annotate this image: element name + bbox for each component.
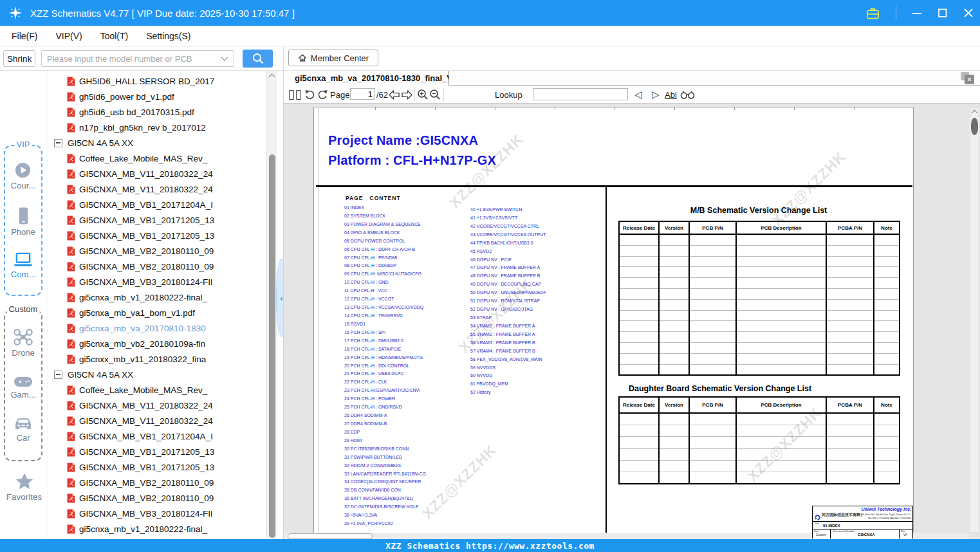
content-list-header: PAGE CONTENT <box>346 195 401 201</box>
binoculars-icon[interactable] <box>680 86 695 104</box>
tree-file-item[interactable]: GH5ID6_HALL SERSOR BD_2017 <box>48 73 266 89</box>
status-bar: XZZ Schematics https://www.xzztools.com <box>0 539 980 552</box>
pdf-scrollbar-thumb[interactable] <box>971 118 978 135</box>
content-list-entry: 07 CPU CFL-H : PEG/DMI <box>344 254 473 262</box>
member-center-button[interactable]: Member Center <box>288 50 378 66</box>
collapse-minus-icon[interactable] <box>54 371 62 379</box>
pdf-file-icon <box>67 463 75 472</box>
close-all-tabs-icon[interactable]: × <box>961 72 974 84</box>
tree-file-item[interactable]: GI5CNXA_MB_VB1_20171204A_I <box>48 197 266 212</box>
content-list-entry: 08 CPU CFL-H : DDI/EDP <box>344 262 473 270</box>
lookup-input[interactable] <box>533 88 628 100</box>
table-empty-row <box>619 267 900 278</box>
tree-group-node[interactable]: GI5CN 4A 5A XX <box>48 135 266 151</box>
pdf-viewport[interactable]: Project Name :GI5CNXA Platform : CFL-H+N… <box>284 104 980 539</box>
page-number-input[interactable] <box>350 88 375 100</box>
tree-file-item[interactable]: n17p_kbl_gh5kn_rev b_2017012 <box>48 120 266 135</box>
close-icon[interactable] <box>963 8 974 18</box>
table-empty-row <box>619 310 900 321</box>
tree-item-label: GI5CNXA_MB_VB3_20180124-FIl <box>79 277 212 287</box>
pdf-file-icon <box>67 92 75 102</box>
pdf-file-icon <box>67 262 75 271</box>
sidebar-item-phone[interactable]: Phone <box>11 207 35 237</box>
forward-arrow-icon[interactable] <box>402 86 412 104</box>
sidebar-item-drone[interactable]: Drone <box>12 328 34 358</box>
tree-item-label: GI5CNXA_MB_VB1_20171205_13 <box>79 216 214 225</box>
match-case-abi-button[interactable]: Abi <box>665 86 677 104</box>
tree-file-item[interactable]: Coffee_Lake_Mobile_MAS_Rev_ <box>48 151 266 166</box>
pdf-hscrollbar-thumb[interactable] <box>288 533 373 539</box>
prev-match-icon[interactable]: ◁ <box>634 86 642 104</box>
tool-bar: Shrink Member Center <box>0 47 980 71</box>
tree-group-node[interactable]: GI5CN 4A 5A XX <box>48 367 266 382</box>
tree-file-item[interactable]: GI5CNXA_MB_VB1_20171205_13 <box>48 212 266 228</box>
tree-file-item[interactable]: gi5cnxx_mb_v11_20180322_fina <box>48 351 266 367</box>
sidebar-item-game[interactable]: Gam... <box>10 376 35 400</box>
content-list-entry: 24 PCH CFL-H : POWER <box>344 395 473 403</box>
tree-file-item[interactable]: GI5CNXA_MB_V11_20180322_24 <box>48 413 266 428</box>
briefcase-icon[interactable] <box>865 6 880 20</box>
tree-item-label: GI5CNXA_MB_VB1_20171205_13 <box>79 447 214 457</box>
rev-value: VA <box>903 533 907 537</box>
search-button[interactable] <box>243 50 273 68</box>
back-arrow-icon[interactable] <box>389 86 400 104</box>
model-search-input[interactable] <box>42 53 219 64</box>
menu-item-vip[interactable]: VIP(V) <box>46 26 91 47</box>
tree-file-item[interactable]: GI5CNXA_MB_VB3_20180124-FIl <box>48 506 266 521</box>
menu-item-settings[interactable]: Settings(S) <box>137 26 199 47</box>
maximize-icon[interactable] <box>938 8 948 18</box>
tree-scrollbar[interactable] <box>266 71 277 539</box>
minimize-icon[interactable] <box>912 8 922 18</box>
content-list-entry: 12 CPU CFL-H : VCCGT <box>344 295 473 304</box>
tree-file-item[interactable]: gi5cnxa_mb_va_20170810-1830 <box>48 320 266 336</box>
tree-file-item[interactable]: GI5CNXA_MB_VB3_20180124-FIl <box>48 274 266 290</box>
zoom-in-icon[interactable] <box>417 86 429 104</box>
tree-file-item[interactable]: GI5CNXA_MB_V11_20180322_24 <box>48 398 266 413</box>
two-page-view-icon[interactable] <box>289 86 301 104</box>
tree-scrollbar-thumb[interactable] <box>269 154 275 538</box>
tree-file-item[interactable]: GI5CNXA_MB_VB2_20180110_09 <box>48 243 266 259</box>
rotate-right-icon[interactable] <box>317 86 328 104</box>
tree-file-item[interactable]: GI5CNXA_MB_V11_20180322_24 <box>48 181 266 197</box>
tree-file-item[interactable]: GI5CNXA_MB_VB1_20171205_13 <box>48 444 266 459</box>
next-match-icon[interactable]: ▷ <box>652 86 660 104</box>
tree-file-item[interactable]: GI5CNXA_MB_VB1_20171204A_I <box>48 428 266 444</box>
tree-file-item[interactable]: Coffee_Lake_Mobile_MAS_Rev_ <box>48 382 266 398</box>
content-list-entry: 50 DGPU NV : UNUSED/IPFABCEDF <box>470 289 599 297</box>
content-list-entry: 41 +1.2VS/+2.5VS/VTT <box>470 214 599 223</box>
content-list-entry: 32 HDD/M.2 CONN/DEBUG <box>344 462 473 470</box>
tree-file-item[interactable]: GI5CNXA_MB_VB1_20171205_13 <box>48 228 266 243</box>
chevron-down-icon[interactable] <box>221 53 228 60</box>
tree-file-item[interactable]: gi5cnxa_mb_vb2_20180109a-fin <box>48 336 266 351</box>
scroll-up-icon[interactable] <box>269 74 275 80</box>
tree-file-item[interactable]: GI5CNXA_MB_VB2_20180110_09 <box>48 259 266 274</box>
sidebar-item-favorites[interactable]: Favorites <box>0 472 48 502</box>
content-list-entry: 37 DC IN/TPM/DIS-R/SCREW HOLE <box>344 503 473 511</box>
content-list-entry: 47 DGPU NV : FRAME BUFFER A <box>470 264 599 272</box>
scroll-up-icon[interactable] <box>972 110 978 116</box>
tree-file-item[interactable]: GI5CNXA_MB_VB2_20180110_09 <box>48 475 266 490</box>
tree-file-item[interactable]: GI5CNXA_MB_V11_20180322_24 <box>48 166 266 181</box>
shrink-button[interactable]: Shrink <box>3 50 35 67</box>
menu-item-tool[interactable]: Tool(T) <box>91 26 138 47</box>
zoom-out-icon[interactable] <box>429 86 441 104</box>
collapse-minus-icon[interactable] <box>54 139 62 147</box>
sidebar-item-computer[interactable]: Com... <box>11 252 35 279</box>
tree-file-item[interactable]: gh5id6_power bd_v1.pdf <box>48 89 266 104</box>
tree-file-item[interactable]: GI5CNXA_MB_VB1_20171205_13 <box>48 459 266 475</box>
content-list-entry: 27 DDR4 SODIMM-B <box>344 420 473 428</box>
pdf-vertical-scrollbar[interactable] <box>970 107 979 533</box>
sidebar-item-course[interactable]: Cour... <box>11 161 35 190</box>
tree-file-item[interactable]: gi5cnxa_mb_va1_bom_v1.pdf <box>48 305 266 320</box>
sidebar-item-car[interactable]: Car <box>14 417 33 443</box>
pdf-file-icon <box>67 524 75 534</box>
rotate-left-icon[interactable] <box>304 86 315 104</box>
model-search-box[interactable] <box>41 50 234 67</box>
menu-item-file[interactable]: File(F) <box>3 26 46 47</box>
tree-file-item[interactable]: GI5CNXA_MB_VB2_20180110_09 <box>48 490 266 506</box>
tree-file-item[interactable]: gi5cnxa_mb_v1_20180222-final_ <box>48 290 266 305</box>
document-tab[interactable]: gi5cnxa_mb_va_20170810-1830_final_V1.p..… <box>284 71 449 86</box>
tree-file-item[interactable]: gh5id6_usb bd_20170315.pdf <box>48 104 266 120</box>
pdf-file-icon <box>67 432 75 441</box>
tree-file-item[interactable]: gi5cnxa_mb_v1_20180222-final_ <box>48 521 266 537</box>
